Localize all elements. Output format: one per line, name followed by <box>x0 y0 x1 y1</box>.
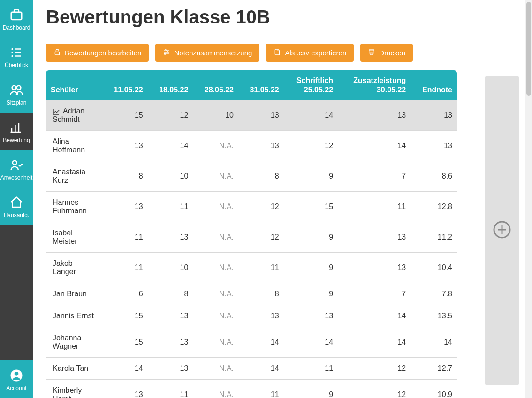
grade-cell[interactable]: 10 <box>148 161 193 192</box>
grade-cell[interactable]: 12 <box>238 222 284 253</box>
table-row[interactable]: Hannes Fuhrmann1311N.A.12151112.8 <box>46 192 457 222</box>
grade-cell[interactable]: 13.5 <box>410 305 457 327</box>
table-row[interactable]: Alina Hoffmann1314N.A.13121413 <box>46 131 457 161</box>
grade-cell[interactable]: 10.4 <box>410 253 457 283</box>
grade-cell[interactable]: 10 <box>193 100 238 131</box>
grade-cell[interactable]: N.A. <box>193 192 238 222</box>
grade-cell[interactable]: N.A. <box>193 131 238 161</box>
col-date-2[interactable]: 18.05.22 <box>148 70 193 100</box>
grade-cell[interactable]: 12 <box>148 100 193 131</box>
grade-cell[interactable]: 14 <box>238 358 284 380</box>
grade-cell[interactable]: 13 <box>102 192 148 222</box>
grade-cell[interactable]: 11 <box>238 253 284 283</box>
grade-cell[interactable]: 13 <box>148 358 193 380</box>
col-final[interactable]: Endnote <box>410 70 457 100</box>
student-name-cell[interactable]: Isabel Meister <box>46 222 102 253</box>
grade-cell[interactable]: 15 <box>102 100 148 131</box>
grade-cell[interactable]: 7.8 <box>410 283 457 305</box>
grade-cell[interactable]: N.A. <box>193 327 238 358</box>
grade-cell[interactable]: 14 <box>238 327 284 358</box>
grade-cell[interactable]: 11 <box>338 192 410 222</box>
col-date-4[interactable]: 31.05.22 <box>238 70 284 100</box>
grade-cell[interactable]: 15 <box>102 327 148 358</box>
grade-composition-button[interactable]: Notenzusammensetzung <box>155 44 259 62</box>
grade-cell[interactable]: 11.2 <box>410 222 457 253</box>
table-row[interactable]: Anastasia Kurz810N.A.8978.6 <box>46 161 457 192</box>
grade-cell[interactable]: 12 <box>284 131 338 161</box>
grade-cell[interactable]: 14 <box>338 327 410 358</box>
grade-cell[interactable]: 8.6 <box>410 161 457 192</box>
col-written[interactable]: Schriftlich 25.05.22 <box>284 70 338 100</box>
grade-cell[interactable]: 13 <box>148 222 193 253</box>
student-name-cell[interactable]: Karola Tan <box>46 358 102 380</box>
student-name-cell[interactable]: Anastasia Kurz <box>46 161 102 192</box>
grade-cell[interactable]: N.A. <box>193 380 238 398</box>
grade-cell[interactable]: 6 <box>102 283 148 305</box>
grade-cell[interactable]: 8 <box>102 161 148 192</box>
grade-cell[interactable]: N.A. <box>193 161 238 192</box>
col-date-3[interactable]: 28.05.22 <box>193 70 238 100</box>
grade-cell[interactable]: 11 <box>238 380 284 398</box>
col-student[interactable]: Schüler <box>46 70 102 100</box>
table-row[interactable]: Johanna Wagner1513N.A.14141414 <box>46 327 457 358</box>
grade-cell[interactable]: N.A. <box>193 253 238 283</box>
grade-cell[interactable]: 14 <box>338 305 410 327</box>
grade-cell[interactable]: 13 <box>102 131 148 161</box>
scrollbar-thumb[interactable] <box>526 2 531 96</box>
table-row[interactable]: Jakob Langer1110N.A.1191310.4 <box>46 253 457 283</box>
table-row[interactable]: Isabel Meister1113N.A.1291311.2 <box>46 222 457 253</box>
table-row[interactable]: Karola Tan1413N.A.14111212.7 <box>46 358 457 380</box>
grade-cell[interactable]: 13 <box>338 222 410 253</box>
grade-cell[interactable]: 12.8 <box>410 192 457 222</box>
grade-cell[interactable]: N.A. <box>193 358 238 380</box>
grade-cell[interactable]: N.A. <box>193 305 238 327</box>
sidebar-item-seating[interactable]: Sitzplan <box>0 75 33 113</box>
table-row[interactable]: Adrian Schmidt15121013141313 <box>46 100 457 131</box>
table-row[interactable]: Jan Braun68N.A.8977.8 <box>46 283 457 305</box>
grade-cell[interactable]: 14 <box>284 327 338 358</box>
grade-cell[interactable]: 11 <box>102 222 148 253</box>
grade-cell[interactable]: 9 <box>284 253 338 283</box>
grade-cell[interactable]: 13 <box>338 253 410 283</box>
grade-cell[interactable]: 14 <box>284 100 338 131</box>
grade-cell[interactable]: 12.7 <box>410 358 457 380</box>
grade-cell[interactable]: 11 <box>102 253 148 283</box>
grade-cell[interactable]: 7 <box>338 283 410 305</box>
grade-cell[interactable]: 8 <box>148 283 193 305</box>
grade-cell[interactable]: 13 <box>410 131 457 161</box>
grade-cell[interactable]: 11 <box>284 358 338 380</box>
grade-cell[interactable]: 15 <box>102 305 148 327</box>
grade-cell[interactable]: 13 <box>238 100 284 131</box>
sidebar-item-homework[interactable]: Hausaufg. <box>0 188 33 225</box>
grade-cell[interactable]: N.A. <box>193 283 238 305</box>
grade-cell[interactable]: 14 <box>338 131 410 161</box>
student-name-cell[interactable]: Alina Hoffmann <box>46 131 102 161</box>
grade-cell[interactable]: 13 <box>238 131 284 161</box>
sidebar-item-grading[interactable]: Bewertung <box>0 113 33 150</box>
grade-cell[interactable]: 14 <box>102 358 148 380</box>
grade-cell[interactable]: 13 <box>284 305 338 327</box>
grade-cell[interactable]: 11 <box>148 380 193 398</box>
student-name-cell[interactable]: Kimberly Hardt <box>46 380 102 398</box>
grade-cell[interactable]: 13 <box>148 305 193 327</box>
student-name-cell[interactable]: Jakob Langer <box>46 253 102 283</box>
sidebar-item-account[interactable]: Account <box>0 360 33 398</box>
grade-cell[interactable]: 8 <box>238 283 284 305</box>
sidebar-item-attendance[interactable]: Anwesenheit <box>0 150 33 188</box>
grade-cell[interactable]: 12 <box>338 380 410 398</box>
grade-cell[interactable]: 9 <box>284 380 338 398</box>
table-row[interactable]: Kimberly Hardt1311N.A.1191210.9 <box>46 380 457 398</box>
grade-cell[interactable]: 14 <box>410 327 457 358</box>
col-extra[interactable]: Zusatzleistung 30.05.22 <box>338 70 410 100</box>
grade-cell[interactable]: 12 <box>338 358 410 380</box>
grade-cell[interactable]: 13 <box>238 305 284 327</box>
sidebar-item-dashboard[interactable]: Dashboard <box>0 0 33 38</box>
col-date-1[interactable]: 11.05.22 <box>102 70 148 100</box>
student-name-cell[interactable]: Adrian Schmidt <box>46 100 102 131</box>
grade-cell[interactable]: 13 <box>410 100 457 131</box>
print-button[interactable]: Drucken <box>360 44 413 62</box>
grade-cell[interactable]: 13 <box>338 100 410 131</box>
grade-cell[interactable]: N.A. <box>193 222 238 253</box>
grade-cell[interactable]: 13 <box>148 327 193 358</box>
student-name-cell[interactable]: Jan Braun <box>46 283 102 305</box>
